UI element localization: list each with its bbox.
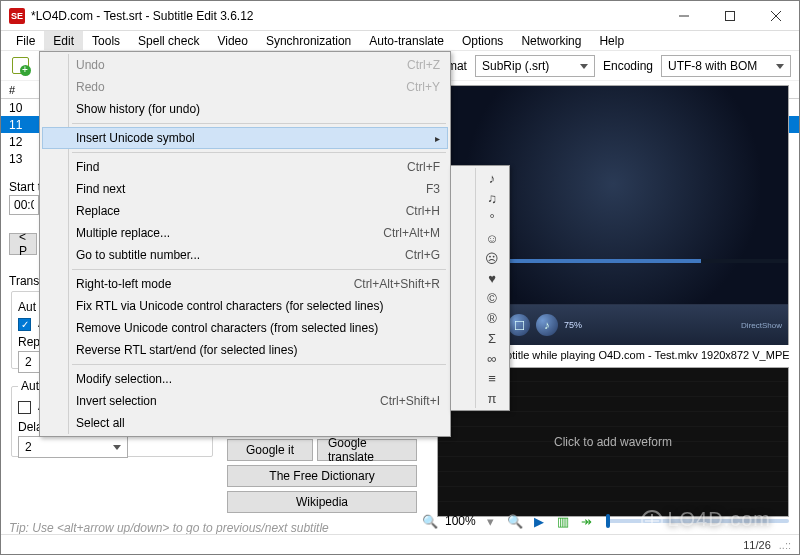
zoom-in-icon[interactable]: 🔍: [506, 512, 524, 530]
menu-item[interactable]: Reverse RTL start/end (for selected line…: [42, 339, 448, 361]
timeline-icon-1[interactable]: ▥: [554, 512, 572, 530]
submenu-arrow-icon: ▸: [435, 133, 440, 144]
wikipedia-button[interactable]: Wikipedia: [227, 491, 417, 513]
menu-synchronization[interactable]: Synchronization: [257, 31, 360, 50]
menu-item[interactable]: Right-to-left modeCtrl+Alt+Shift+R: [42, 273, 448, 295]
titlebar: SE *LO4D.com - Test.srt - Subtitle Edit …: [1, 1, 799, 31]
window-title: *LO4D.com - Test.srt - Subtitle Edit 3.6…: [31, 9, 661, 23]
menu-item[interactable]: Multiple replace...Ctrl+Alt+M: [42, 222, 448, 244]
menubar: File Edit Tools Spell check Video Synchr…: [1, 31, 799, 51]
play-timeline-icon[interactable]: ▶: [530, 512, 548, 530]
video-source-text: DirectShow: [741, 321, 782, 330]
prev-button[interactable]: < P: [9, 233, 37, 255]
menu-tools[interactable]: Tools: [83, 31, 129, 50]
format-select[interactable]: SubRip (.srt): [475, 55, 595, 77]
translate-header: Transl: [9, 274, 42, 288]
svg-rect-0: [726, 11, 735, 20]
svg-rect-2: [515, 321, 524, 330]
zoom-out-icon[interactable]: 🔍: [421, 512, 439, 530]
menu-options[interactable]: Options: [453, 31, 512, 50]
unicode-symbol-item[interactable]: ♥: [453, 268, 507, 288]
close-button[interactable]: [753, 1, 799, 30]
free-dictionary-button[interactable]: The Free Dictionary: [227, 465, 417, 487]
menu-file[interactable]: File: [7, 31, 44, 50]
auto-continue-checkbox[interactable]: [18, 401, 31, 414]
menu-item[interactable]: Go to subtitle number...Ctrl+G: [42, 244, 448, 266]
delay-select[interactable]: 2: [18, 436, 128, 458]
auto-repeat-checkbox[interactable]: ✓: [18, 318, 31, 331]
timeline-slider[interactable]: [606, 519, 789, 523]
new-file-icon: [12, 57, 29, 74]
timeline-controls: 🔍 100% ▾ 🔍 ▶ ▥ ↠: [421, 510, 789, 532]
unicode-symbol-item[interactable]: ♪: [453, 168, 507, 188]
menu-item: UndoCtrl+Z: [42, 54, 448, 76]
zoom-value: 100%: [445, 514, 476, 528]
menu-item[interactable]: Insert Unicode symbol▸: [42, 127, 448, 149]
unicode-symbol-item[interactable]: ♫: [453, 188, 507, 208]
menu-help[interactable]: Help: [590, 31, 633, 50]
new-file-button[interactable]: [9, 55, 31, 77]
edit-menu-dropdown: UndoCtrl+ZRedoCtrl+YShow history (for un…: [39, 51, 451, 437]
unicode-submenu: ♪♫°☺☹♥©®Σ∞≡π: [450, 165, 510, 411]
menu-video[interactable]: Video: [208, 31, 256, 50]
grid-col-index[interactable]: #: [9, 84, 39, 96]
google-translate-button[interactable]: Google translate: [317, 439, 417, 461]
menu-spellcheck[interactable]: Spell check: [129, 31, 208, 50]
unicode-symbol-item[interactable]: ®: [453, 308, 507, 328]
menu-item[interactable]: Modify selection...: [42, 368, 448, 390]
start-time-input[interactable]: [9, 195, 39, 215]
unicode-symbol-item[interactable]: ☺: [453, 228, 507, 248]
unicode-symbol-item[interactable]: Σ: [453, 328, 507, 348]
zoom-dropdown-icon[interactable]: ▾: [482, 512, 500, 530]
unicode-symbol-item[interactable]: ≡: [453, 368, 507, 388]
menu-item[interactable]: Show history (for undo): [42, 98, 448, 120]
video-progress-text: 75%: [564, 320, 582, 330]
menu-item[interactable]: ReplaceCtrl+H: [42, 200, 448, 222]
tip-text: Tip: Use <alt+arrow up/down> to go to pr…: [9, 521, 329, 535]
unicode-symbol-item[interactable]: °: [453, 208, 507, 228]
menu-item[interactable]: Remove Unicode control characters (from …: [42, 317, 448, 339]
menu-item: RedoCtrl+Y: [42, 76, 448, 98]
app-icon: SE: [9, 8, 25, 24]
menu-item[interactable]: Select all: [42, 412, 448, 434]
menu-item[interactable]: FindCtrl+F: [42, 156, 448, 178]
encoding-value: UTF-8 with BOM: [668, 59, 757, 73]
encoding-select[interactable]: UTF-8 with BOM: [661, 55, 791, 77]
waveform-placeholder: Click to add waveform: [554, 435, 672, 449]
menu-item[interactable]: Fix RTL via Unicode control characters (…: [42, 295, 448, 317]
status-bar: 11/26 ..::: [1, 534, 799, 554]
unicode-symbol-item[interactable]: π: [453, 388, 507, 408]
timeline-icon-2[interactable]: ↠: [578, 512, 596, 530]
encoding-label: Encoding: [603, 59, 653, 73]
maximize-button[interactable]: [707, 1, 753, 30]
menu-networking[interactable]: Networking: [512, 31, 590, 50]
unicode-symbol-item[interactable]: ☹: [453, 248, 507, 268]
unicode-symbol-item[interactable]: ©: [453, 288, 507, 308]
mute-button[interactable]: ♪: [536, 314, 558, 336]
unicode-symbol-item[interactable]: ∞: [453, 348, 507, 368]
menu-autotranslate[interactable]: Auto-translate: [360, 31, 453, 50]
menu-item[interactable]: Invert selectionCtrl+Shift+I: [42, 390, 448, 412]
fullscreen-button[interactable]: [508, 314, 530, 336]
menu-item[interactable]: Find nextF3: [42, 178, 448, 200]
minimize-button[interactable]: [661, 1, 707, 30]
status-position: 11/26: [743, 539, 771, 551]
google-it-button[interactable]: Google it: [227, 439, 313, 461]
menu-edit[interactable]: Edit: [44, 31, 83, 50]
format-value: SubRip (.srt): [482, 59, 549, 73]
